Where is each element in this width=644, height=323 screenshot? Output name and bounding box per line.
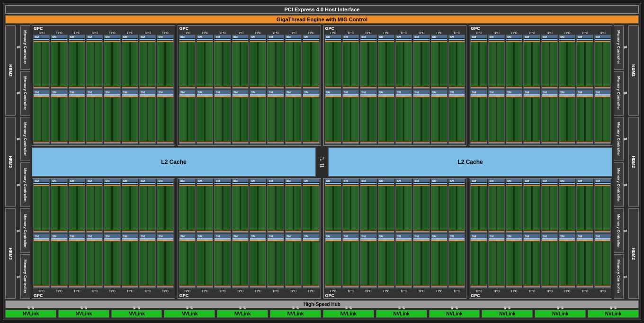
tpc-label: TPC <box>232 289 249 293</box>
sm-cores <box>542 241 557 286</box>
sm-footer-bar <box>595 287 610 288</box>
gpc-bottom-row: GPCTPCTPCTPCTPCTPCTPCTPCTPCSMSMSMSMSMSMS… <box>32 178 612 299</box>
sm-cores <box>197 241 213 286</box>
gpc-block: GPCTPCTPCTPCTPCTPCTPCTPCTPCSMSMSMSMSMSMS… <box>32 25 175 146</box>
sm-dispatch-bar <box>577 39 592 40</box>
tpc-label: TPC <box>51 289 67 293</box>
hbm2-block: HBM2 <box>5 25 16 116</box>
sm-cores <box>378 97 394 142</box>
gpc-block: GPCTPCTPCTPCTPCTPCTPCTPCTPCSMSMSMSMSMSMS… <box>178 178 321 299</box>
sm-dispatch-bar <box>506 39 522 40</box>
sm-block: SM <box>197 234 213 289</box>
sm-dispatch-bar <box>268 238 283 240</box>
sm-block: SM <box>51 179 67 233</box>
sm-cores <box>595 241 610 286</box>
sm-block: SM <box>559 90 575 145</box>
sm-cores <box>34 186 49 230</box>
sm-footer-bar <box>250 232 266 233</box>
sm-cores <box>559 241 575 286</box>
tpc-row: SMSMSMSMSMSMSMSMSMSMSMSMSMSMSMSM <box>324 179 466 289</box>
sm-cores <box>215 42 230 86</box>
sm-block: SM <box>559 35 575 90</box>
sm-dispatch-bar <box>122 94 138 96</box>
sm-label: SM <box>559 90 575 94</box>
sm-block: SM <box>342 35 359 90</box>
tpc-label: TPC <box>431 31 447 35</box>
tpc-block: SMSM <box>395 35 412 144</box>
sm-label: SM <box>449 234 465 238</box>
sm-footer-bar <box>69 88 85 89</box>
sm-cores <box>489 186 504 230</box>
tpc-label: TPC <box>232 31 249 35</box>
sm-label: SM <box>250 234 266 238</box>
sm-cores <box>215 241 230 286</box>
sm-block: SM <box>214 179 231 233</box>
sm-footer-bar <box>542 232 557 233</box>
tpc-label: TPC <box>267 289 284 293</box>
nvlink-block: ⇅ ⇅NVLink <box>111 310 162 318</box>
sm-block: SM <box>559 234 575 289</box>
sm-label: SM <box>197 234 213 238</box>
sm-dispatch-bar <box>51 39 67 40</box>
sm-cores <box>413 186 429 230</box>
interconnect-arrow: ⇄ <box>17 162 20 207</box>
tpc-block: SMSM <box>104 179 120 288</box>
nvlink-arrow: ⇅ ⇅ <box>503 306 511 310</box>
memory-controller: Memory Controller <box>614 254 624 299</box>
nvlink-arrow: ⇅ ⇅ <box>186 306 193 310</box>
nvlink-block: ⇅ ⇅NVLink <box>5 310 56 318</box>
sm-dispatch-bar <box>303 94 319 96</box>
tpc-row: SMSMSMSMSMSMSMSMSMSMSMSMSMSMSMSM <box>469 35 612 145</box>
tpc-block: SMSM <box>51 35 67 144</box>
sm-block: SM <box>395 90 412 145</box>
tpc-label: TPC <box>157 289 173 293</box>
sm-footer-bar <box>197 232 213 233</box>
sm-dispatch-bar <box>157 183 173 184</box>
sm-dispatch-bar <box>595 238 610 240</box>
sm-cores <box>303 42 319 86</box>
tpc-labels-row: TPCTPCTPCTPCTPCTPCTPCTPC <box>469 31 612 35</box>
gpc-label: GPC <box>32 26 175 31</box>
sm-block: SM <box>395 234 412 289</box>
sm-label: SM <box>34 35 49 39</box>
tpc-label: TPC <box>285 289 302 293</box>
sm-cores <box>595 42 610 86</box>
sm-block: SM <box>51 234 67 289</box>
sm-footer-bar <box>34 232 49 233</box>
sm-dispatch-bar <box>506 183 522 184</box>
sm-dispatch-bar <box>559 183 575 184</box>
sm-dispatch-bar <box>506 94 522 96</box>
sm-footer-bar <box>489 287 504 288</box>
sm-footer-bar <box>471 143 486 144</box>
sm-footer-bar <box>378 143 394 144</box>
sm-label: SM <box>489 90 504 94</box>
sm-dispatch-bar <box>179 94 195 96</box>
sm-cores <box>268 241 283 286</box>
sm-footer-bar <box>179 88 195 89</box>
sm-cores <box>524 186 539 230</box>
sm-label: SM <box>542 179 557 183</box>
sm-cores <box>577 42 592 86</box>
sm-footer-bar <box>431 287 447 288</box>
sm-footer-bar <box>69 287 85 288</box>
tpc-label: TPC <box>431 289 447 293</box>
tpc-label: TPC <box>413 31 429 35</box>
sm-cores <box>286 241 301 286</box>
sm-footer-bar <box>524 232 539 233</box>
tpc-label: TPC <box>33 289 50 293</box>
sm-label: SM <box>268 35 283 39</box>
sm-footer-bar <box>506 232 522 233</box>
sm-block: SM <box>285 90 302 145</box>
sm-label: SM <box>542 234 557 238</box>
tpc-label: TPC <box>448 289 465 293</box>
tpc-block: SMSM <box>559 35 575 144</box>
sm-dispatch-bar <box>542 183 557 184</box>
tpc-block: SMSM <box>303 179 319 288</box>
sm-cores <box>577 241 592 286</box>
tpc-block: SMSM <box>69 179 85 288</box>
sm-block: SM <box>250 90 266 145</box>
sm-label: SM <box>360 234 376 238</box>
sm-label: SM <box>559 179 575 183</box>
nvlink-block: ⇅ ⇅NVLink <box>164 310 215 318</box>
sm-block: SM <box>470 35 487 90</box>
